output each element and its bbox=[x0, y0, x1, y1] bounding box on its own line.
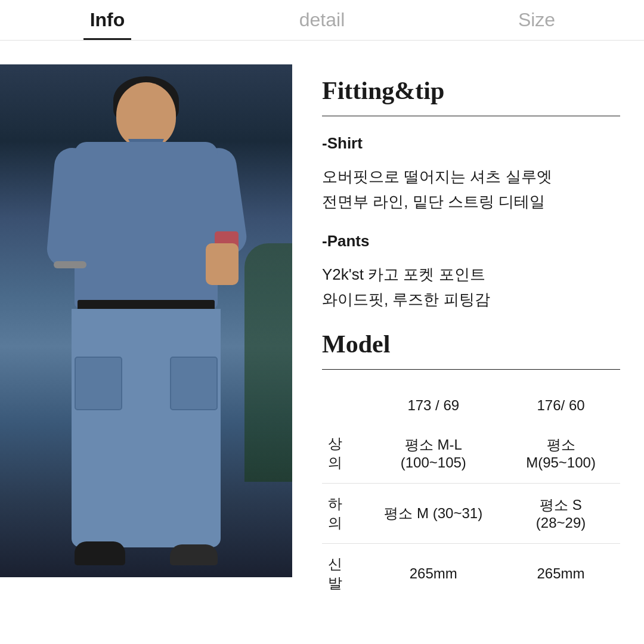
pants-desc-line1: Y2k'st 카고 포켓 포인트 bbox=[322, 265, 485, 283]
model-col2-header: 176/ 60 bbox=[501, 388, 620, 423]
tab-detail[interactable]: detail bbox=[215, 0, 429, 40]
tab-navigation: Info detail Size bbox=[0, 0, 644, 41]
model-divider bbox=[322, 369, 620, 370]
model-table: 173 / 69 176/ 60 상의평소 M-L (100~105)평소 M(… bbox=[322, 388, 620, 603]
pants-description: Y2k'st 카고 포켓 포인트 와이드핏, 루즈한 피팅감 bbox=[322, 262, 620, 312]
tab-detail-label: detail bbox=[299, 9, 345, 31]
pants-label: -Pants bbox=[322, 232, 620, 250]
model-row-1-label: 하의 bbox=[322, 484, 366, 544]
info-panel: Fitting&tip -Shirt 오버핏으로 떨어지는 셔츠 실루엣 전면부… bbox=[292, 64, 644, 644]
fitting-section: Fitting&tip -Shirt 오버핏으로 떨어지는 셔츠 실루엣 전면부… bbox=[322, 76, 620, 312]
shirt-desc-line1: 오버핏으로 떨어지는 셔츠 실루엣 bbox=[322, 168, 552, 185]
pants-desc-line2: 와이드핏, 루즈한 피팅감 bbox=[322, 290, 490, 308]
tab-info-label: Info bbox=[90, 9, 125, 31]
fitting-divider bbox=[322, 116, 620, 116]
model-row-0-label: 상의 bbox=[322, 423, 366, 484]
tab-size[interactable]: Size bbox=[429, 0, 644, 40]
model-col-empty bbox=[322, 388, 366, 423]
model-row-2-label: 신발 bbox=[322, 544, 366, 604]
product-image bbox=[0, 64, 292, 577]
model-col1-header: 173 / 69 bbox=[366, 388, 502, 423]
fitting-title: Fitting&tip bbox=[322, 76, 620, 105]
model-row-2-col1: 265mm bbox=[366, 544, 502, 604]
model-row-1-col2: 평소 S (28~29) bbox=[501, 484, 620, 544]
model-row-0-col1: 평소 M-L (100~105) bbox=[366, 423, 502, 484]
model-row-1-col1: 평소 M (30~31) bbox=[366, 484, 502, 544]
model-row-2-col2: 265mm bbox=[501, 544, 620, 604]
tab-size-label: Size bbox=[518, 9, 555, 31]
model-title: Model bbox=[322, 330, 620, 358]
model-row-0-col2: 평소 M(95~100) bbox=[501, 423, 620, 484]
model-table-row: 하의평소 M (30~31)평소 S (28~29) bbox=[322, 484, 620, 544]
main-content: Fitting&tip -Shirt 오버핏으로 떨어지는 셔츠 실루엣 전면부… bbox=[0, 64, 644, 644]
model-section: Model 173 / 69 176/ 60 상의평소 M-L (100~105… bbox=[322, 330, 620, 603]
model-table-row: 상의평소 M-L (100~105)평소 M(95~100) bbox=[322, 423, 620, 484]
shirt-desc-line2: 전면부 라인, 밑단 스트링 디테일 bbox=[322, 193, 545, 210]
shirt-description: 오버핏으로 떨어지는 셔츠 실루엣 전면부 라인, 밑단 스트링 디테일 bbox=[322, 165, 620, 214]
tab-info[interactable]: Info bbox=[0, 0, 215, 40]
shirt-label: -Shirt bbox=[322, 134, 620, 153]
model-table-row: 신발265mm265mm bbox=[322, 544, 620, 604]
